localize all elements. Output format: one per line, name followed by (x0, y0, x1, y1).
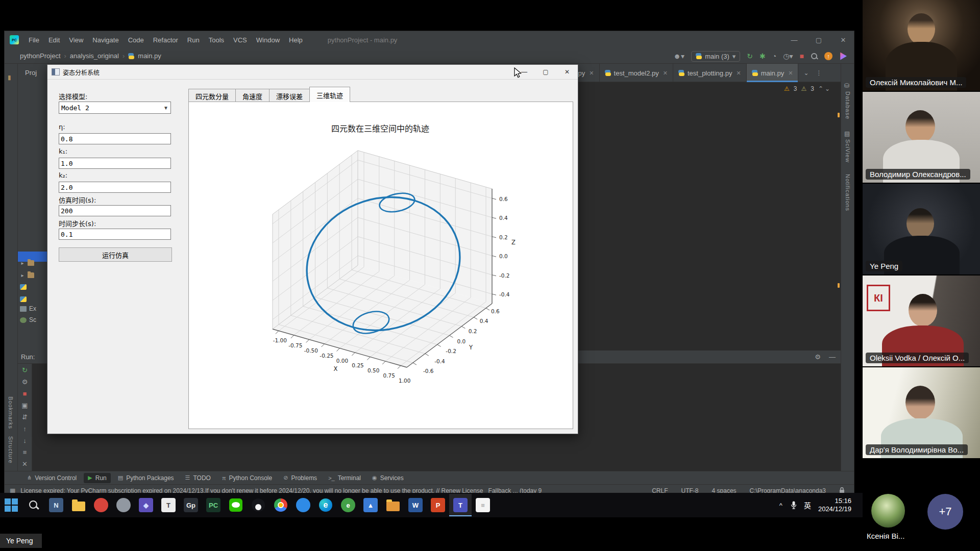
taskbar-clock[interactable]: 15:16 2024/12/19 (818, 497, 851, 513)
tree-row[interactable]: ▸ (20, 258, 34, 268)
rerun-icon[interactable]: ↻ (22, 367, 28, 374)
breadcrumb[interactable]: pythonProject›analysis_original›main.py (20, 52, 161, 60)
hidden-icons-chevron[interactable]: ^ (778, 502, 783, 509)
hide-icon[interactable]: — (829, 353, 836, 361)
close-icon[interactable]: ✕ (663, 70, 668, 77)
app-chrome[interactable] (270, 494, 292, 516)
app-orange-folder[interactable] (382, 494, 404, 516)
user-icon[interactable]: ☻▾ (673, 52, 684, 60)
menu-tools[interactable]: Tools (204, 34, 229, 46)
settings-icon[interactable]: ⚙ (22, 379, 28, 386)
menu-navigate[interactable]: Navigate (88, 34, 123, 46)
menu-view[interactable]: View (64, 34, 88, 46)
participant-tile[interactable]: КІ Oleksii Vodka / Олексій О... (863, 276, 980, 366)
start-button[interactable] (0, 494, 22, 516)
app-wechat[interactable] (225, 494, 247, 516)
app-pycharm[interactable]: PC (202, 494, 225, 516)
participant-tile-overflow[interactable]: Ксенія Ві... +7 (863, 459, 980, 551)
k2-field[interactable] (59, 182, 171, 193)
editor-tab-test-model2-py[interactable]: test_model2.py✕ (600, 64, 673, 82)
participant-tile[interactable]: Володимир Олександров... (863, 92, 980, 183)
next-prev-warning-arrows[interactable]: ⌃⌄ (818, 85, 831, 92)
pin-icon[interactable]: ▣ (21, 402, 28, 409)
error-stripe-mark[interactable] (838, 113, 840, 117)
toolwindow-problems[interactable]: ⊘Problems (279, 473, 321, 483)
run-config-selector[interactable]: main (3)▾ (691, 51, 740, 62)
app-notepad[interactable]: N (45, 494, 67, 516)
app-gp[interactable]: Gp (180, 494, 202, 516)
inspections-widget[interactable]: ⚠ 3 ⚠ 3 ⌃⌄ (784, 85, 831, 92)
down-icon[interactable]: ↓ (23, 437, 27, 444)
menu-vcs[interactable]: VCS (229, 34, 252, 46)
sim-time-field[interactable] (59, 205, 171, 216)
app-t-light[interactable]: T (157, 494, 180, 516)
toolwindow-services[interactable]: ◉Services (368, 473, 408, 483)
menu-window[interactable]: Window (252, 34, 284, 46)
eta-field[interactable] (59, 133, 171, 144)
toolwindow-run[interactable]: ▶Run (84, 473, 110, 483)
app-edge[interactable]: e (314, 494, 337, 516)
sciview-icon[interactable]: ▤ (844, 130, 851, 137)
tabs-list-chevron-icon[interactable]: ⌄ (803, 69, 808, 77)
run-icon[interactable]: ↻ (747, 52, 753, 60)
tree-row[interactable] (20, 294, 27, 304)
model-select-combobox[interactable]: Model 2 ▼ (59, 102, 171, 114)
project-folder-icon[interactable]: ▮ (8, 74, 15, 81)
close-icon[interactable]: ✕ (788, 70, 793, 77)
history-icon[interactable]: ◷▾ (783, 52, 793, 60)
toolwindow-todo[interactable]: ☰TODO (181, 473, 215, 483)
menu-file[interactable]: File (24, 34, 44, 46)
database-icon[interactable]: ⛁ (844, 82, 851, 89)
app-close-button[interactable]: ✕ (556, 65, 578, 79)
app-blue-circle[interactable] (292, 494, 314, 516)
app-tab-漂移误差[interactable]: 漂移误差 (269, 89, 310, 102)
close-icon[interactable]: ✕ (736, 70, 741, 77)
toolwindow-version-control[interactable]: ⋔Version Control (23, 473, 81, 483)
participant-tile[interactable]: Дар'я Володимирівна Во... (863, 367, 980, 458)
time-step-field[interactable] (59, 229, 171, 240)
participant-tile[interactable]: Ye Peng (863, 184, 980, 274)
scroll-to-end-icon[interactable]: ⇵ (22, 414, 28, 421)
app-minimize-button[interactable]: — (513, 65, 535, 79)
soft-wrap-icon[interactable]: ≡ (23, 449, 27, 456)
toolstripe-database[interactable]: Database (845, 91, 851, 119)
clear-icon[interactable]: ✕ (22, 461, 28, 468)
k1-field[interactable] (59, 158, 171, 169)
minimize-button[interactable]: — (791, 36, 798, 44)
app-qq[interactable] (247, 494, 270, 516)
app-gray-circle[interactable] (112, 494, 135, 516)
tree-row[interactable]: Ex (20, 304, 36, 314)
app-powerpoint[interactable]: P (427, 494, 449, 516)
app-red-circle[interactable] (90, 494, 112, 516)
toolstripe-sciview[interactable]: SciView (845, 139, 851, 163)
app-tab-角速度[interactable]: 角速度 (235, 89, 270, 102)
menu-help[interactable]: Help (284, 34, 307, 46)
app-green-e[interactable]: e (337, 494, 359, 516)
gear-icon[interactable]: ⚙ (815, 353, 821, 361)
app-tab-四元数分量[interactable]: 四元数分量 (188, 89, 236, 102)
app-purple[interactable]: ◆ (135, 494, 157, 516)
app-maximize-button[interactable]: ▢ (535, 65, 556, 79)
tree-row[interactable]: ▸ (20, 270, 34, 280)
menu-refactor[interactable]: Refactor (149, 34, 183, 46)
run-simulation-button[interactable]: 运行仿真 (59, 247, 172, 262)
microphone-icon[interactable] (791, 501, 797, 509)
app-word[interactable]: W (404, 494, 427, 516)
ide-logo-icon[interactable] (839, 53, 847, 60)
app-explorer[interactable] (67, 494, 90, 516)
toolstripe-structure[interactable]: Structure (8, 436, 14, 464)
app-photos[interactable]: ▲ (359, 494, 382, 516)
toolstripe-notifications[interactable]: Notifications (845, 174, 851, 211)
search-everywhere-icon[interactable] (811, 53, 818, 60)
participant-tile[interactable]: Олексій Миколайович М... (863, 0, 980, 91)
tree-row[interactable] (20, 282, 27, 292)
close-icon[interactable]: ✕ (589, 70, 594, 77)
app-teams[interactable]: T (449, 494, 472, 516)
tree-row[interactable]: Sc (20, 315, 36, 325)
breadcrumb-item[interactable]: pythonProject (20, 52, 61, 60)
breadcrumb-item[interactable]: analysis_original (70, 52, 119, 60)
menu-run[interactable]: Run (183, 34, 204, 46)
menu-code[interactable]: Code (124, 34, 149, 46)
maximize-button[interactable]: ▢ (815, 36, 822, 44)
error-stripe-mark[interactable] (838, 283, 840, 288)
